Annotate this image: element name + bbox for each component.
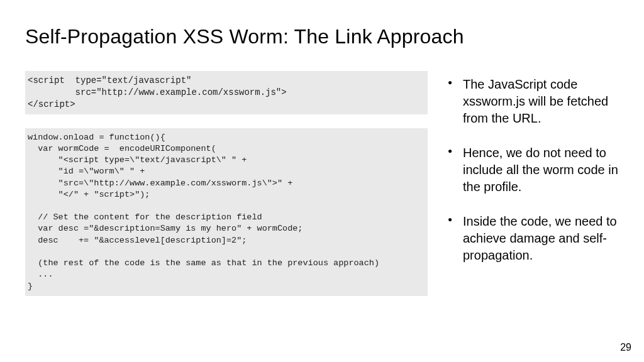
right-column: The JavaScript code xssworm.js will be f… [448,71,619,310]
slide-title: Self-Propagation XSS Worm: The Link Appr… [25,25,619,48]
code-block-worm: window.onload = function(){ var wormCode… [25,128,428,296]
left-column: <script type="text/javascript" src="http… [25,71,428,310]
bullet-list: The JavaScript code xssworm.js will be f… [448,76,619,264]
code-block-script-tag: <script type="text/javascript" src="http… [25,71,428,114]
content-row: <script type="text/javascript" src="http… [25,71,619,310]
page-number: 29 [620,342,631,353]
bullet-item: Hence, we do not need to include all the… [448,145,619,195]
bullet-item: The JavaScript code xssworm.js will be f… [448,76,619,127]
slide: Self-Propagation XSS Worm: The Link Appr… [0,0,644,362]
bullet-item: Inside the code, we need to achieve dama… [448,213,619,264]
